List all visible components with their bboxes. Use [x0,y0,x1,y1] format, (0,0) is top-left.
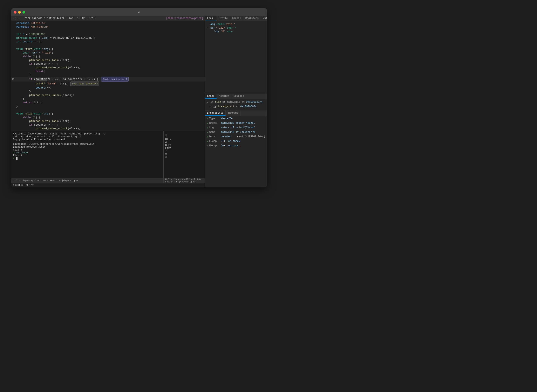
tab-static[interactable]: Static [217,16,230,21]
line-content-14: break; [15,70,205,73]
code-line-5: pthread_mutex_t lock = PTHREAD_MUTEX_INI… [11,36,205,40]
var-arg-val: void * [226,23,235,26]
code-line-3 [11,29,205,33]
term-status-left: U:**- *dape-repl* Bot 10:2 REPL:run [dap… [11,178,164,183]
frame-fn-0: fizz [215,101,221,103]
code-line-6: int counter = 1; [11,40,205,44]
line-content-1: #include <stdio.h> [15,21,205,25]
code-line-1: #include <stdio.h> [11,21,205,25]
code-line-17: printf("%s\n", str); Log: Fizz {counter} [11,82,205,86]
editor-statusbar: -:--- fizz_buzz/main.c<fizz_buzz> Top 16… [11,16,205,21]
bp-row-excep-catch[interactable]: n Excep C++: on catch [205,144,267,148]
line-content-3 [15,29,205,33]
window-title: c [138,11,140,14]
bp-header-check: A [207,117,208,121]
code-line-18: counter++; [11,86,205,90]
code-line-26: while (1) { [11,116,205,119]
bp-where-log: main.c:17 printf("%s\n" [221,126,265,130]
stack-tab-bar[interactable]: Stack Modules Sources [205,94,267,99]
cursor [16,157,18,160]
tab-watch[interactable]: Watch [261,16,267,21]
variables-tab-bar[interactable]: Local Static Global Registers Watch [205,16,267,21]
bp-row-excep-throw[interactable]: y Excep C++: on throw [205,139,267,144]
bp-list: A Type Where/On y Break main.c:33 printf… [205,116,267,149]
main-layout: -:--- fizz_buzz/main.c<fizz_buzz> Top 16… [11,16,267,187]
bp-where-break: main.c:33 printf("Buzz\ [221,121,265,125]
bp-row-data[interactable]: y Data counter read (4295000136/4) [205,135,267,139]
code-line-9: char* str = "Fizz"; [11,51,205,55]
bp-row-cond[interactable]: y Cond main.c:16 if (counter % [205,130,267,135]
line-content-22: return NULL; [15,101,205,105]
bp-check-log: y [207,126,208,130]
code-line-23: } [11,105,205,108]
tab-local[interactable]: Local [205,16,217,21]
line-content-9: char* str = "Fizz"; [15,51,205,55]
line-content-13: pthread_mutex_unlock(&lock); [15,66,205,70]
term-status-left-text: U:**- *dape-repl* Bot 10:2 REPL:run [dap… [13,179,78,182]
code-line-24 [11,108,205,112]
bp-type-cond: Cond [209,130,220,134]
term-status-right-text: U:**- *dape-shell* All 9:0 Shell:run [da… [165,178,203,183]
line-content-23: } [15,105,205,108]
bp-header: A Type Where/On [205,116,267,121]
minimize-button[interactable] [18,11,21,14]
code-line-4: int n = 100000000; [11,33,205,36]
tab-breakpoints[interactable]: Breakpoints [205,111,226,116]
terminal-line-4: Launching: /Users/dpettersson/Workspace/… [13,143,162,145]
var-str-deref: *str 'F' char [207,30,265,33]
line-content-29: pthread_mutex_unlock(&lock); [15,127,205,131]
breakpoints-panel: Breakpoints Threads A Type Where/On y Br… [205,111,267,187]
line-content-26: while (1) { [15,116,205,119]
bp-row-log[interactable]: y Log main.c:17 printf("%s\n" [205,125,267,130]
bp-header-where: Where/On [221,117,265,121]
tab-registers[interactable]: Registers [243,16,261,21]
bp-tab-bar[interactable]: Breakpoints Threads [205,111,267,116]
tab-stack[interactable]: Stack [205,94,217,99]
frame-loc-0: of main.c:16 at [222,101,246,103]
line-content-17: printf("%s\n", str); Log: Fizz {counter} [15,82,205,86]
counter-info: counter: 9 int [13,184,34,187]
frame-in-1: in [209,105,214,108]
terminal-line-1: Available Dape commands: debug, next, co… [13,132,162,135]
bp-check-data: y [207,135,208,139]
var-str-deref-name: *str [214,30,220,33]
right-pane: Local Static Global Registers Watch arg … [205,16,267,187]
line-content-19: } [15,90,205,93]
frame-arrow-0: ▶ [207,101,208,103]
terminal-left[interactable]: Available Dape commands: debug, next, co… [11,131,164,178]
variables-content: arg <null> void * - str "Fizz" char * *s… [205,21,267,35]
bp-loc-data: read (4295000136/4) [237,135,265,139]
maximize-button[interactable] [23,11,25,14]
var-str-deref-val: 'F' [221,30,225,33]
code-line-16: ▶ if (counter % 3 == 0 && counter % 5 !=… [11,77,205,82]
editor-status-mode3: C/*l [89,17,95,20]
bp-header-type: Type [209,117,220,121]
output-4: 4 [165,141,203,144]
terminal-line-7: > continue [13,151,162,154]
editor-status-file2: fizz_buzz/main.c<fizz_buzz> [24,17,65,20]
tab-global[interactable]: Global [230,16,243,21]
var-arg: arg <null> void * [207,23,265,26]
code-line-15: } [11,73,205,77]
window-controls[interactable] [14,11,25,14]
var-str: - str "Fizz" char * [207,26,265,30]
line-content-8: void *fizz(void *arg) { [15,47,205,51]
tab-modules[interactable]: Modules [217,94,231,99]
log-tooltip: Log: Fizz {counter} [71,82,99,86]
code-editor[interactable]: #include <stdio.h> #include <pthread.h> … [11,21,205,131]
close-button[interactable] [14,11,16,14]
code-line-2: #include <pthread.h> [11,25,205,29]
tab-threads[interactable]: Threads [226,111,240,116]
var-arg-name: arg [210,23,215,26]
line-content-18: counter++; [15,86,205,90]
bp-row-break[interactable]: y Break main.c:33 printf("Buzz\ [205,121,267,125]
terminal-line-9: > [13,157,162,160]
var-str-type: char * [227,26,236,30]
tab-sources[interactable]: Sources [231,94,246,99]
output-7: 7 [165,150,203,153]
output-buzz1: Buzz [165,144,203,147]
bp-type-data: Data [209,135,220,139]
output-2: 2 [165,135,203,138]
titlebar: c [11,8,267,16]
term-status-right: U:**- *dape-shell* All 9:0 Shell:run [da… [164,178,205,183]
